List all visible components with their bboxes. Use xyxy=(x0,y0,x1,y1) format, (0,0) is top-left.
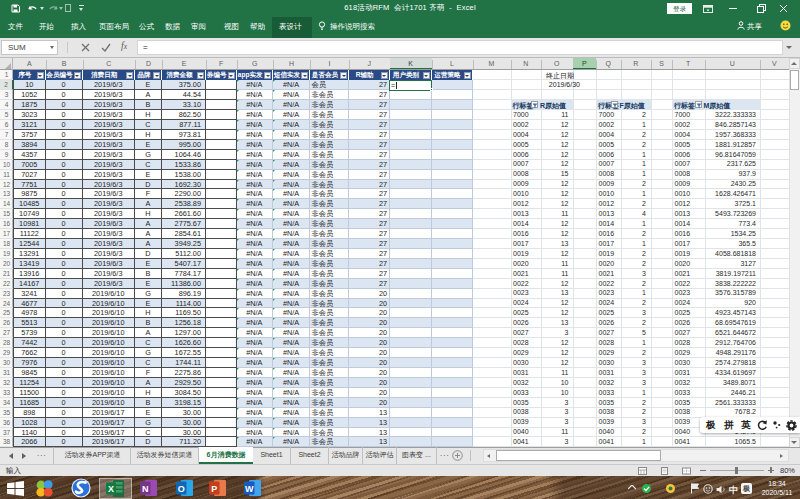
svg-text:W: W xyxy=(245,484,254,494)
svg-text:X: X xyxy=(108,484,114,494)
svg-text:P: P xyxy=(211,484,217,494)
svg-text:N: N xyxy=(142,484,149,494)
svg-text:O: O xyxy=(178,484,185,494)
